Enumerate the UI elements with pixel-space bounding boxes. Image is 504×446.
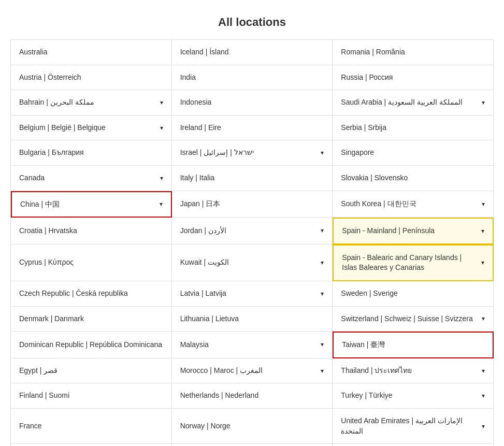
location-cell: India bbox=[172, 65, 333, 91]
location-name: Morocco | Maroc | المغرب bbox=[180, 366, 317, 376]
location-cell[interactable]: Spain - Balearic and Canary Islands | Is… bbox=[333, 244, 494, 281]
chevron-down-icon[interactable]: ▾ bbox=[482, 315, 485, 322]
location-cell: Iceland | Ísland bbox=[172, 40, 333, 65]
location-cell: France bbox=[11, 409, 172, 444]
location-cell[interactable]: Jordan | الأردن▾ bbox=[172, 218, 333, 244]
location-name: Thailand | ประเทศไทย bbox=[341, 366, 478, 376]
location-name: Kuwait | الكويت bbox=[180, 257, 317, 268]
location-cell: Egypt | قصر bbox=[11, 358, 172, 384]
location-cell: United Kingdom bbox=[333, 444, 494, 446]
location-name: Taiwan | 臺灣 bbox=[342, 340, 484, 350]
location-name: Serbia | Srbija bbox=[341, 123, 485, 133]
location-cell: Finland | Suomi bbox=[11, 383, 172, 409]
location-name: Russia | Россия bbox=[341, 73, 485, 83]
location-cell[interactable]: Belgium | België | Belgique▾ bbox=[11, 116, 172, 141]
location-name: Spain - Mainland | Península bbox=[342, 226, 477, 236]
location-name: Cyprus | Κύπρος bbox=[19, 257, 163, 268]
location-cell[interactable]: Canada▾ bbox=[11, 166, 172, 191]
location-cell: Czech Republic | Česká republika bbox=[11, 281, 172, 307]
chevron-down-icon[interactable]: ▾ bbox=[321, 259, 324, 266]
location-name: Denmark | Danmark bbox=[19, 314, 163, 324]
chevron-down-icon[interactable]: ▾ bbox=[321, 341, 324, 348]
location-cell: Cyprus | Κύπρος bbox=[11, 244, 172, 281]
location-name: Singapore bbox=[341, 148, 485, 158]
chevron-down-icon[interactable]: ▾ bbox=[481, 227, 484, 235]
location-name: Romania | România bbox=[341, 47, 485, 57]
location-name: Slovakia | Slovensko bbox=[341, 173, 485, 183]
location-cell[interactable]: Kuwait | الكويت▾ bbox=[172, 244, 333, 281]
location-cell[interactable]: Morocco | Maroc | المغرب▾ bbox=[172, 358, 333, 384]
location-name: Indonesia bbox=[180, 97, 324, 108]
location-name: Canada bbox=[19, 173, 156, 183]
location-cell[interactable]: Spain - Mainland | Península▾ bbox=[333, 218, 494, 244]
location-cell[interactable]: Turkey | Türkiye▾ bbox=[333, 383, 494, 409]
chevron-down-icon[interactable]: ▾ bbox=[160, 200, 163, 208]
location-name: Iceland | Ísland bbox=[180, 47, 324, 57]
location-cell: Singapore bbox=[333, 140, 494, 166]
location-name: Czech Republic | Česká republika bbox=[19, 289, 163, 299]
location-name: United Arab Emirates | الإمارات العربية … bbox=[341, 416, 478, 436]
location-cell[interactable]: United Arab Emirates | الإمارات العربية … bbox=[333, 409, 494, 444]
location-cell: Serbia | Srbija bbox=[333, 116, 494, 141]
location-name: Spain - Balearic and Canary Islands | Is… bbox=[342, 253, 477, 273]
location-cell: Slovakia | Slovensko bbox=[333, 166, 494, 191]
location-name: Israel | ישראל | إسرائيل bbox=[180, 148, 317, 158]
location-name: Norway | Norge bbox=[180, 421, 324, 431]
location-name: Australia bbox=[19, 47, 163, 57]
location-name: Sweden | Sverige bbox=[341, 289, 485, 299]
location-name: Bahrain | مملكة البحرين bbox=[19, 97, 156, 108]
location-name: Switzerland | Schweiz | Suisse | Svizzer… bbox=[341, 314, 478, 324]
location-name: Latvia | Latvija bbox=[180, 289, 317, 299]
location-cell[interactable]: Saudi Arabia | المملكة العربية السعودية▾ bbox=[333, 90, 494, 116]
location-cell: Indonesia bbox=[172, 90, 333, 116]
location-name: France bbox=[19, 421, 163, 431]
location-cell: Dominican Republic | República Dominican… bbox=[11, 332, 172, 358]
chevron-down-icon[interactable]: ▾ bbox=[482, 99, 485, 106]
location-cell: Japan | 日本 bbox=[172, 191, 333, 218]
location-cell: Austria | Österreich bbox=[11, 65, 172, 91]
location-cell: Norway | Norge bbox=[172, 409, 333, 444]
location-name: Finland | Suomi bbox=[19, 391, 163, 401]
location-name: South Korea | 대한민국 bbox=[341, 199, 478, 209]
location-cell[interactable]: South Korea | 대한민국▾ bbox=[333, 191, 494, 218]
chevron-down-icon[interactable]: ▾ bbox=[482, 392, 485, 399]
chevron-down-icon[interactable]: ▾ bbox=[160, 124, 163, 132]
location-cell: Lithuania | Lietuva bbox=[172, 307, 333, 332]
chevron-down-icon[interactable]: ▾ bbox=[321, 149, 324, 156]
location-cell[interactable]: Latvia | Latvija▾ bbox=[172, 281, 333, 307]
chevron-down-icon[interactable]: ▾ bbox=[481, 259, 484, 266]
location-cell: Taiwan | 臺灣 bbox=[333, 332, 494, 358]
chevron-down-icon[interactable]: ▾ bbox=[482, 423, 485, 430]
location-cell[interactable]: Malaysia▾ bbox=[172, 332, 333, 358]
location-name: Netherlands | Nederland bbox=[180, 391, 324, 401]
location-cell: Poland | Polska bbox=[172, 444, 333, 446]
location-cell: Russia | Россия bbox=[333, 65, 494, 91]
location-cell: Australia bbox=[11, 40, 172, 65]
location-cell: Croatia | Hrvatska bbox=[11, 218, 172, 244]
location-name: Malaysia bbox=[180, 340, 317, 350]
location-cell: Germany | Deutschland bbox=[11, 444, 172, 446]
chevron-down-icon[interactable]: ▾ bbox=[321, 367, 324, 375]
chevron-down-icon[interactable]: ▾ bbox=[482, 367, 485, 375]
location-cell[interactable]: Switzerland | Schweiz | Suisse | Svizzer… bbox=[333, 307, 494, 332]
chevron-down-icon[interactable]: ▾ bbox=[160, 99, 163, 106]
chevron-down-icon[interactable]: ▾ bbox=[321, 290, 324, 297]
location-cell[interactable]: China | 中国▾ bbox=[11, 191, 172, 218]
location-name: Lithuania | Lietuva bbox=[180, 314, 324, 324]
location-name: India bbox=[180, 73, 324, 83]
location-name: Ireland | Eire bbox=[180, 123, 324, 133]
page-title: All locations bbox=[0, 0, 504, 39]
chevron-down-icon[interactable]: ▾ bbox=[160, 175, 163, 182]
location-cell: Italy | Italia bbox=[172, 166, 333, 191]
location-name: Italy | Italia bbox=[180, 173, 324, 183]
location-cell[interactable]: Israel | ישראל | إسرائيل▾ bbox=[172, 140, 333, 166]
chevron-down-icon[interactable]: ▾ bbox=[321, 227, 324, 234]
location-name: Jordan | الأردن bbox=[180, 226, 317, 236]
location-cell: Bulgaria | България bbox=[11, 140, 172, 166]
location-cell[interactable]: Thailand | ประเทศไทย▾ bbox=[333, 358, 494, 384]
chevron-down-icon[interactable]: ▾ bbox=[482, 200, 485, 208]
location-name: Austria | Österreich bbox=[19, 73, 163, 83]
location-name: China | 中国 bbox=[20, 199, 155, 210]
location-cell[interactable]: Bahrain | مملكة البحرين▾ bbox=[11, 90, 172, 116]
location-name: Bulgaria | България bbox=[19, 148, 163, 158]
